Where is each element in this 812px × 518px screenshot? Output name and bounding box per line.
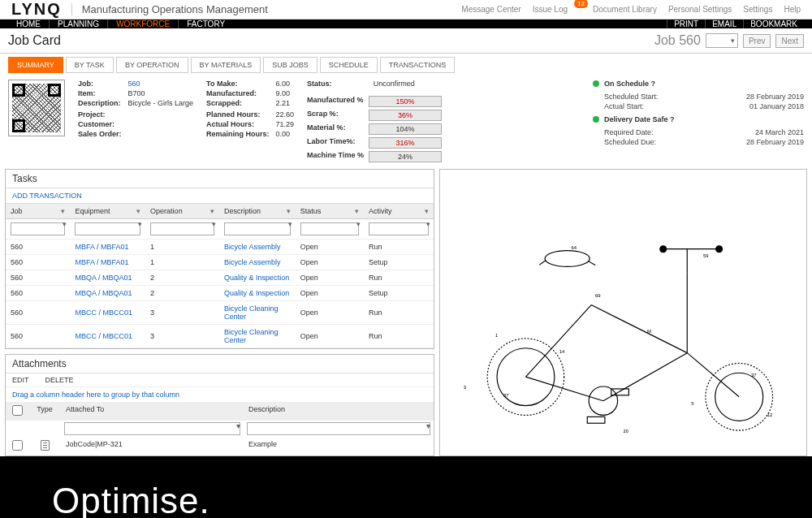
tasks-panel: Tasks ADD TRANSACTION Job▾Equipment▾Oper…	[5, 169, 434, 349]
svg-text:37: 37	[751, 373, 757, 378]
task-filter[interactable]	[150, 222, 214, 235]
page-title: Job Card	[8, 33, 61, 48]
tab-by-materials[interactable]: BY MATERIALS	[191, 57, 261, 73]
kv-status: Status:Unconfirmed	[307, 80, 442, 88]
table-row[interactable]: 560MBQA / MBQA012Quality & InspectionOpe…	[6, 270, 434, 286]
nav-print[interactable]: PRINT	[667, 19, 705, 28]
tab-schedule[interactable]: SCHEDULE	[320, 57, 378, 73]
nav-factory[interactable]: FACTORY	[179, 19, 233, 28]
table-row[interactable]: 560MBFA / MBFA011Bicycle AssemblyOpenSet…	[6, 255, 434, 270]
image-pane: 114 37M 5937 6964 123 205	[439, 169, 807, 456]
tab-by-task[interactable]: BY TASK	[66, 57, 114, 73]
link-personal-settings[interactable]: Personal Settings	[668, 5, 732, 14]
svg-text:59: 59	[703, 253, 709, 257]
link-issue-log[interactable]: Issue Log12	[533, 5, 581, 14]
att-col-type[interactable]: Type	[28, 402, 61, 421]
svg-text:64: 64	[571, 244, 577, 249]
svg-point-11	[545, 250, 590, 266]
link-message-center[interactable]: Message Center	[461, 5, 520, 14]
summary-panel: Job:560Item:B700Description:Bicycle - Gi…	[0, 76, 812, 169]
svg-text:14: 14	[559, 348, 565, 353]
table-row[interactable]: 560MBCC / MBCC013Bicycle Cleaning Center…	[6, 301, 434, 325]
tab-transactions[interactable]: TRANSACTIONS	[380, 57, 456, 73]
att-row-desc: Example	[244, 437, 434, 455]
att-col-desc[interactable]: Description	[244, 402, 434, 421]
svg-line-5	[525, 377, 603, 401]
group-hint: Drag a column header here to group by th…	[6, 387, 434, 402]
svg-line-9	[591, 304, 687, 352]
tasks-title: Tasks	[6, 170, 434, 188]
svg-line-7	[687, 352, 739, 396]
task-col[interactable]: Status▾	[296, 204, 364, 219]
metrics: Manufactured %150%Scrap %:36%Material %:…	[307, 96, 442, 162]
kv-make: To Make:6.00Manufactured:9.00Scrapped:2.…	[206, 80, 294, 162]
svg-rect-16	[587, 417, 605, 423]
att-row-check[interactable]	[12, 440, 23, 451]
app-subtitle: Manufacturing Operations Management	[71, 3, 268, 15]
status-block: On Schedule ?Scheduled Start:28 February…	[593, 80, 804, 162]
logo: LYNQ	[11, 0, 62, 19]
task-filter[interactable]	[369, 222, 429, 235]
att-row[interactable]: JobCode|MP-321 Example	[6, 437, 434, 455]
task-filter[interactable]	[11, 222, 65, 235]
svg-point-14	[660, 245, 667, 252]
svg-point-15	[716, 245, 723, 252]
task-filter[interactable]	[224, 222, 291, 235]
issue-badge: 12	[574, 0, 588, 8]
svg-line-6	[603, 352, 687, 400]
nav-planning[interactable]: PLANNING	[50, 19, 108, 28]
attachments-title: Attachments	[6, 355, 434, 373]
table-row[interactable]: 560MBFA / MBFA011Bicycle AssemblyOpenRun	[6, 240, 434, 255]
task-col[interactable]: Activity▾	[364, 204, 434, 219]
bicycle-diagram: 114 37M 5937 6964 123 205	[447, 179, 799, 447]
job-select[interactable]: ▾	[706, 33, 738, 48]
svg-text:37: 37	[503, 392, 509, 397]
kv-job: Job:560Item:B700Description:Bicycle - Gi…	[78, 80, 193, 162]
task-col[interactable]: Job▾	[6, 204, 70, 219]
task-filter[interactable]	[75, 222, 140, 235]
att-head: Type Attached To Description	[6, 402, 434, 421]
link-document-library[interactable]: Document Library	[593, 5, 657, 14]
footer: Optimise.	[0, 456, 812, 518]
att-row-attached: JobCode|MP-321	[61, 437, 244, 455]
svg-text:M: M	[647, 329, 651, 334]
tab-summary[interactable]: SUMMARY	[8, 57, 63, 73]
svg-text:1: 1	[495, 333, 498, 338]
tab-by-operation[interactable]: BY OPERATION	[116, 57, 188, 73]
document-icon	[41, 440, 50, 451]
footer-text: Optimise.	[52, 481, 210, 518]
status-dot-icon	[593, 116, 599, 123]
table-row[interactable]: 560MBQA / MBQA012Quality & InspectionOpe…	[6, 286, 434, 301]
job-title: Job 560	[654, 33, 701, 48]
qr-code	[8, 80, 65, 136]
att-col-attached[interactable]: Attached To	[61, 402, 244, 421]
svg-text:5: 5	[691, 400, 694, 405]
task-filter[interactable]	[300, 222, 359, 235]
status-dot-icon	[593, 80, 599, 87]
add-transaction[interactable]: ADD TRANSACTION	[6, 188, 434, 204]
attachments-panel: Attachments EDIT DELETE Drag a column he…	[5, 354, 434, 456]
link-settings[interactable]: Settings	[743, 5, 772, 14]
tab-sub-jobs[interactable]: SUB JOBS	[263, 57, 317, 73]
table-row[interactable]: 560MBCC / MBCC013Bicycle Cleaning Center…	[6, 325, 434, 348]
topbar: LYNQ Manufacturing Operations Management…	[0, 0, 812, 19]
tasks-grid: Job▾Equipment▾Operation▾Description▾Stat…	[6, 204, 434, 348]
nav-home[interactable]: HOME	[8, 19, 50, 28]
nav-right: PRINT EMAIL BOOKMARK	[667, 19, 804, 28]
att-filter-desc[interactable]	[247, 422, 430, 435]
att-delete[interactable]: DELETE	[45, 376, 74, 384]
att-filter-attached[interactable]	[64, 422, 240, 435]
task-col[interactable]: Description▾	[219, 204, 296, 219]
att-edit[interactable]: EDIT	[12, 376, 29, 384]
svg-text:3: 3	[464, 384, 467, 389]
nav-workforce[interactable]: WORKFORCE	[108, 19, 179, 28]
link-help[interactable]: Help	[784, 5, 801, 14]
task-col[interactable]: Equipment▾	[70, 204, 145, 219]
task-col[interactable]: Operation▾	[145, 204, 219, 219]
nav-email[interactable]: EMAIL	[705, 19, 743, 28]
next-button[interactable]: Next	[775, 34, 804, 48]
tabs: SUMMARY BY TASK BY OPERATION BY MATERIAL…	[0, 54, 812, 76]
att-check-all[interactable]	[12, 405, 23, 416]
prev-button[interactable]: Prev	[743, 34, 771, 48]
nav-bookmark[interactable]: BOOKMARK	[743, 19, 804, 28]
